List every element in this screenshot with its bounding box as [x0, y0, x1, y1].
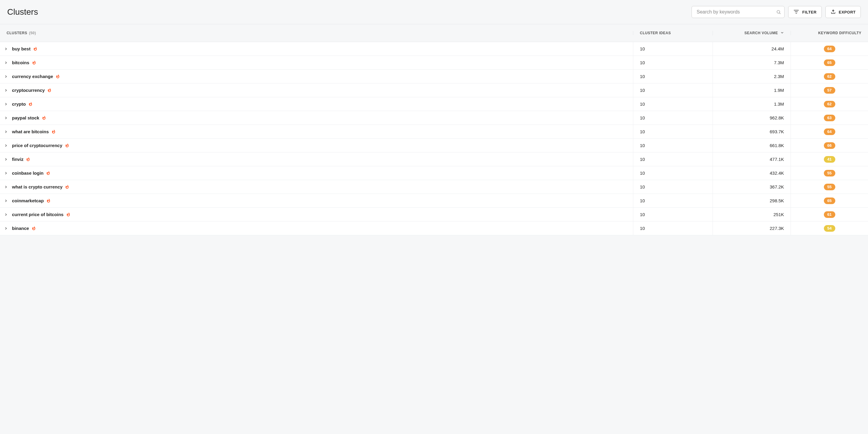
cluster-cell[interactable]: what is crypto currency [0, 180, 633, 194]
table-row[interactable]: binance10227.3K54 [0, 221, 868, 235]
difficulty-badge: 64 [824, 45, 835, 52]
export-icon [831, 9, 836, 15]
fire-icon [26, 157, 30, 161]
cluster-name: crypto [12, 101, 26, 106]
volume-value: 693.7K [770, 129, 784, 134]
column-header-volume[interactable]: SEARCH VOLUME [713, 31, 790, 35]
page-header: Clusters FILTER [0, 0, 868, 24]
cluster-cell[interactable]: coinmarketcap [0, 194, 633, 207]
ideas-value: 10 [640, 46, 645, 51]
table-row[interactable]: cryptocurrency101.9M57 [0, 84, 868, 97]
volume-cell: 251K [713, 208, 790, 221]
chevron-right-icon [4, 199, 9, 203]
table-row[interactable]: coinmarketcap10298.5K65 [0, 194, 868, 208]
cluster-name: price of cryptocurrency [12, 143, 62, 148]
volume-value: 962.8K [770, 115, 784, 120]
cluster-cell[interactable]: bitcoins [0, 56, 633, 69]
fire-icon [32, 60, 36, 65]
ideas-value: 10 [640, 74, 645, 79]
search-input[interactable] [691, 6, 784, 18]
chevron-right-icon [4, 144, 9, 147]
ideas-value: 10 [640, 88, 645, 93]
cluster-name: what are bitcoins [12, 129, 49, 134]
table-row[interactable]: bitcoins107.3M65 [0, 56, 868, 70]
volume-cell: 298.5K [713, 194, 790, 207]
ideas-cell: 10 [633, 97, 713, 111]
volume-cell: 2.3M [713, 70, 790, 83]
fire-icon [42, 116, 46, 120]
table-body: buy best1024.4M64bitcoins107.3M65currenc… [0, 42, 868, 235]
ideas-cell: 10 [633, 194, 713, 207]
ideas-cell: 10 [633, 125, 713, 138]
volume-cell: 1.9M [713, 84, 790, 97]
table-row[interactable]: current price of bitcoins10251K61 [0, 208, 868, 221]
table-row[interactable]: coinbase login10432.4K55 [0, 166, 868, 180]
difficulty-cell: 62 [790, 97, 868, 111]
ideas-cell: 10 [633, 180, 713, 194]
column-header-clusters[interactable]: CLUSTERS (50) [0, 31, 633, 35]
difficulty-badge: 65 [824, 197, 835, 204]
cluster-cell[interactable]: cryptocurrency [0, 84, 633, 97]
table-row[interactable]: paypal stock10962.8K63 [0, 111, 868, 125]
volume-cell: 24.4M [713, 42, 790, 56]
column-ideas-label: CLUSTER IDEAS [640, 31, 671, 35]
chevron-right-icon [4, 158, 9, 161]
difficulty-cell: 62 [790, 70, 868, 83]
volume-cell: 661.8K [713, 139, 790, 152]
cluster-cell[interactable]: paypal stock [0, 111, 633, 125]
cluster-cell[interactable]: finviz [0, 152, 633, 166]
difficulty-cell: 65 [790, 56, 868, 69]
fire-icon [65, 185, 69, 189]
chevron-right-icon [4, 213, 9, 216]
table-row[interactable]: finviz10477.1K41 [0, 152, 868, 166]
fire-icon [28, 102, 33, 106]
cluster-cell[interactable]: current price of bitcoins [0, 208, 633, 221]
difficulty-badge: 62 [824, 101, 835, 107]
volume-cell: 962.8K [713, 111, 790, 125]
filter-button[interactable]: FILTER [788, 6, 822, 18]
difficulty-cell: 54 [790, 221, 868, 235]
ideas-value: 10 [640, 115, 645, 120]
difficulty-badge: 63 [824, 115, 835, 121]
header-actions: FILTER EXPORT [691, 6, 861, 18]
volume-cell: 227.3K [713, 221, 790, 235]
filter-icon [793, 9, 799, 16]
table-row[interactable]: crypto101.3M62 [0, 97, 868, 111]
difficulty-cell: 57 [790, 84, 868, 97]
ideas-value: 10 [640, 129, 645, 134]
cluster-cell[interactable]: what are bitcoins [0, 125, 633, 138]
column-header-difficulty[interactable]: KEYWORD DIFFICULTY [790, 31, 868, 35]
chevron-right-icon [4, 47, 9, 51]
ideas-value: 10 [640, 60, 645, 65]
cluster-name: cryptocurrency [12, 88, 45, 93]
chevron-right-icon [4, 172, 9, 175]
table-row[interactable]: buy best1024.4M64 [0, 42, 868, 56]
export-button[interactable]: EXPORT [826, 6, 861, 18]
column-header-ideas[interactable]: CLUSTER IDEAS [633, 31, 713, 35]
difficulty-cell: 63 [790, 111, 868, 125]
volume-cell: 7.3M [713, 56, 790, 69]
volume-cell: 693.7K [713, 125, 790, 138]
difficulty-cell: 41 [790, 152, 868, 166]
table-row[interactable]: what is crypto currency10367.2K55 [0, 180, 868, 194]
volume-value: 477.1K [770, 157, 784, 162]
cluster-name: finviz [12, 157, 23, 162]
table-row[interactable]: currency exchange102.3M62 [0, 70, 868, 84]
cluster-cell[interactable]: crypto [0, 97, 633, 111]
ideas-cell: 10 [633, 56, 713, 69]
table-row[interactable]: price of cryptocurrency10661.8K66 [0, 139, 868, 152]
table-row[interactable]: what are bitcoins10693.7K64 [0, 125, 868, 139]
cluster-cell[interactable]: buy best [0, 42, 633, 56]
cluster-name: buy best [12, 46, 31, 51]
difficulty-cell: 64 [790, 125, 868, 138]
cluster-cell[interactable]: currency exchange [0, 70, 633, 83]
clusters-table: CLUSTERS (50) CLUSTER IDEAS SEARCH VOLUM… [0, 24, 868, 235]
ideas-value: 10 [640, 212, 645, 217]
chevron-right-icon [4, 130, 9, 133]
chevron-right-icon [4, 116, 9, 120]
cluster-cell[interactable]: coinbase login [0, 166, 633, 180]
difficulty-cell: 61 [790, 208, 868, 221]
cluster-cell[interactable]: price of cryptocurrency [0, 139, 633, 152]
cluster-cell[interactable]: binance [0, 221, 633, 235]
volume-cell: 367.2K [713, 180, 790, 194]
